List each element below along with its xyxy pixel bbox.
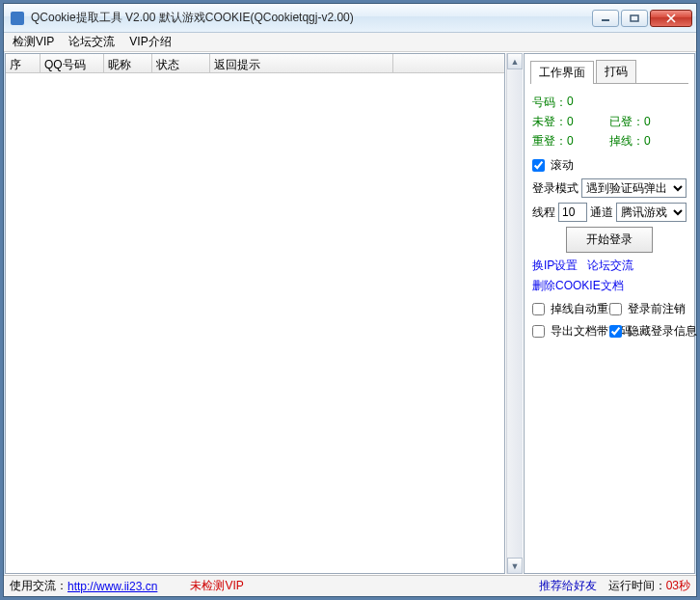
tab-work-body: 号码：0 未登：0 已登：0 重登：0 掉线：0 滚动 登录模式 遇到验证码弹出… [525, 84, 694, 350]
stat-num-value: 0 [567, 95, 574, 111]
app-window: QCookie提取工具 V2.00 默认游戏COOKIE(QCookietqgj… [3, 3, 697, 597]
table-body[interactable] [6, 73, 504, 573]
stat-yd-value: 0 [644, 115, 651, 128]
status-vip: 未检测VIP [190, 578, 243, 594]
table-header: 序 QQ号码 昵称 状态 返回提示 [6, 54, 504, 73]
tab-dama[interactable]: 打码 [596, 60, 636, 83]
account-table: 序 QQ号码 昵称 状态 返回提示 [5, 53, 505, 574]
status-bar: 使用交流： http://www.ii23.cn 未检测VIP 推荐给好友 运行… [4, 575, 696, 596]
menu-vip-intro[interactable]: VIP介绍 [123, 32, 176, 52]
maximize-button[interactable] [621, 10, 648, 27]
stat-wd-label: 未登： [532, 115, 567, 128]
side-tabs: 工作界面 打码 [530, 60, 688, 84]
tab-work[interactable]: 工作界面 [530, 61, 594, 84]
login-mode-label: 登录模式 [532, 180, 579, 197]
menu-check-vip[interactable]: 检测VIP [7, 32, 60, 52]
client-area: 序 QQ号码 昵称 状态 返回提示 ▲ ▼ 工作界面 打码 号码：0 未登：0 [4, 52, 696, 575]
col-msg[interactable]: 返回提示 [210, 54, 393, 72]
status-use-label: 使用交流： [10, 578, 67, 594]
scroll-down-icon[interactable]: ▼ [507, 558, 523, 574]
window-title: QCookie提取工具 V2.00 默认游戏COOKIE(QCookietqgj… [31, 10, 592, 26]
title-bar[interactable]: QCookie提取工具 V2.00 默认游戏COOKIE(QCookietqgj… [4, 4, 696, 33]
stat-cd-value: 0 [567, 134, 574, 148]
menu-bar: 检测VIP 论坛交流 VIP介绍 [4, 33, 696, 52]
chk-auto-relogin[interactable] [532, 303, 545, 315]
side-panel: 工作界面 打码 号码：0 未登：0 已登：0 重登：0 掉线：0 滚动 登录模式… [524, 53, 695, 574]
status-use-link[interactable]: http://www.ii23.cn [67, 580, 157, 593]
stat-num-label: 号码： [532, 95, 567, 111]
col-spacer [393, 54, 504, 72]
chk-export-pwd[interactable] [532, 325, 545, 338]
thread-label: 线程 [532, 205, 555, 221]
col-status[interactable]: 状态 [152, 54, 210, 72]
stat-dx-label: 掉线： [609, 134, 644, 148]
menu-forum[interactable]: 论坛交流 [63, 32, 121, 52]
link-ip-settings[interactable]: 换IP设置 [532, 259, 578, 272]
stat-cd-label: 重登： [532, 134, 567, 148]
scroll-track[interactable] [507, 69, 523, 558]
minimize-button[interactable] [592, 10, 619, 27]
start-login-button[interactable]: 开始登录 [566, 227, 653, 253]
scroll-checkbox[interactable] [532, 159, 545, 172]
col-nick[interactable]: 昵称 [104, 54, 152, 72]
thread-input[interactable] [558, 203, 587, 222]
window-controls [592, 10, 692, 27]
login-mode-select[interactable]: 遇到验证码弹出 [581, 178, 687, 198]
status-runtime: 运行时间：03秒 [608, 578, 690, 594]
channel-select[interactable]: 腾讯游戏 [616, 203, 687, 222]
col-seq[interactable]: 序 [6, 54, 40, 72]
chk-logout-before-label: 登录前注销 [628, 301, 686, 317]
close-button[interactable] [650, 10, 692, 27]
link-forum[interactable]: 论坛交流 [587, 259, 633, 272]
chk-logout-before[interactable] [609, 303, 622, 315]
channel-label: 通道 [590, 205, 613, 221]
link-delete-cookie[interactable]: 删除COOKIE文档 [532, 279, 624, 292]
stat-dx-value: 0 [644, 134, 651, 148]
scrollbar[interactable]: ▲ ▼ [506, 53, 523, 574]
chk-hide-info[interactable] [609, 325, 622, 338]
scroll-up-icon[interactable]: ▲ [507, 53, 523, 69]
svg-rect-0 [11, 12, 24, 25]
scroll-label: 滚动 [551, 157, 574, 174]
app-icon [10, 11, 25, 26]
chk-hide-info-label: 隐藏登录信息 [628, 323, 697, 340]
col-qq[interactable]: QQ号码 [40, 54, 104, 72]
stat-yd-label: 已登： [609, 115, 644, 128]
stat-wd-value: 0 [567, 115, 574, 128]
status-recommend[interactable]: 推荐给好友 [539, 578, 597, 594]
svg-rect-2 [631, 15, 638, 21]
